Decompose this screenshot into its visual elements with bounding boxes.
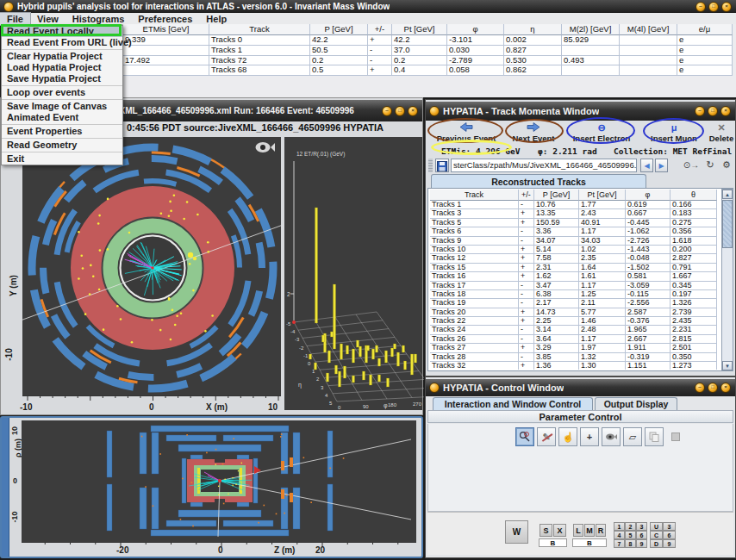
table-row[interactable]: Tracks 24-3.142.481.9652.231: [430, 326, 720, 334]
hand-tool-button[interactable]: ☝: [558, 427, 577, 446]
ucd-key-3[interactable]: 3: [663, 522, 676, 531]
event-file-path-field[interactable]: sterClass/zpath/Mus/JiveXML_166466_46509…: [451, 159, 637, 172]
ucd-key-C[interactable]: C: [650, 531, 663, 539]
delete-button[interactable]: ✕ Delete: [707, 122, 736, 143]
detector-end-view[interactable]: [22, 137, 281, 395]
num-key-4[interactable]: 4: [614, 531, 625, 539]
ucd-key-U[interactable]: U: [650, 522, 663, 531]
table-row[interactable]: Tracks 680.5+0.40.0580.862e: [123, 65, 736, 76]
r-key[interactable]: R: [596, 524, 606, 537]
toolbar-drag-handle[interactable]: [428, 159, 433, 172]
close-icon[interactable]: ×: [408, 106, 418, 116]
tab-interaction-window-control[interactable]: Interaction and Window Control: [433, 397, 593, 410]
maximize-icon[interactable]: □: [708, 106, 718, 116]
table-row[interactable]: Tracks 10+5.141.02-1.4430.200: [430, 246, 720, 254]
num-key-2[interactable]: 2: [625, 522, 636, 531]
table-row[interactable]: Tracks 19-2.172.11-2.5561.326: [430, 299, 720, 308]
w-key[interactable]: W: [505, 520, 528, 544]
file-menu-item-exit[interactable]: Exit: [2, 153, 122, 165]
table-row[interactable]: Tracks 3+13.352.430.6670.183: [430, 209, 720, 218]
loop-events-icon[interactable]: ↻: [703, 159, 717, 172]
menu-view[interactable]: View: [30, 13, 65, 25]
table-row[interactable]: Tracks 5+150.5940.91-0.4450.275: [430, 219, 720, 227]
table-row[interactable]: Tracks 22+2.251.46-0.3762.435: [430, 317, 720, 326]
menu-file[interactable]: File: [0, 13, 30, 25]
menu-help[interactable]: Help: [199, 13, 234, 25]
sx-b-field[interactable]: B: [539, 538, 567, 547]
fisheye-icon[interactable]: [255, 140, 276, 154]
num-key-5[interactable]: 5: [625, 531, 636, 539]
file-menu-item-read-event-locally[interactable]: Read Event Locally: [2, 26, 122, 37]
file-menu-item-read-geometry[interactable]: Read Geometry: [2, 140, 122, 151]
num-key-7[interactable]: 7: [614, 539, 625, 548]
maximize-icon[interactable]: □: [708, 2, 719, 12]
table-row[interactable]: Tracks 26-3.641.172.6672.815: [430, 335, 720, 344]
table-row[interactable]: Tracks 6-3.361.17-1.0620.356: [430, 227, 720, 236]
fisheye-tool-button[interactable]: [602, 427, 621, 446]
file-menu-item-loop-over-events[interactable]: Loop over events: [2, 87, 122, 98]
file-menu-item-clear-hypatia-project[interactable]: Clear Hypatia Project: [2, 51, 122, 62]
detector-side-view[interactable]: [22, 420, 416, 542]
num-key-6[interactable]: 6: [636, 531, 647, 539]
table-row[interactable]: Tracks 16+1.621.610.5811.667: [430, 272, 720, 281]
num-key-9[interactable]: 9: [636, 539, 647, 548]
file-menu-item-event-properties[interactable]: Event Properties: [2, 126, 122, 137]
table-row[interactable]: Tracks 32+1.361.301.1511.273: [430, 362, 720, 370]
settings-icon[interactable]: ⚙: [720, 159, 733, 172]
table-row[interactable]: Tracks 150.5-37.00.0300.827e: [123, 46, 736, 56]
prev-file-button[interactable]: ◀: [640, 159, 653, 172]
ucd-key-9[interactable]: 9: [663, 539, 676, 548]
menu-preferences[interactable]: Preferences: [131, 13, 199, 25]
insert-muon-button[interactable]: μ Insert Muon: [643, 122, 705, 143]
save-event-button[interactable]: [435, 159, 449, 172]
minimize-icon[interactable]: ‒: [695, 106, 705, 116]
table-row[interactable]: Tracks 17-3.471.17-3.0590.345: [430, 282, 720, 290]
m-key[interactable]: M: [584, 524, 595, 537]
ucd-key-D[interactable]: D: [650, 539, 663, 548]
num-key-1[interactable]: 1: [614, 522, 625, 531]
table-row[interactable]: Tracks 12+7.582.35-0.0482.827: [430, 254, 720, 263]
close-icon[interactable]: ×: [721, 2, 732, 12]
file-menu-item-save-image-of-canvas[interactable]: Save Image of Canvas: [2, 101, 122, 112]
side-window-handle[interactable]: [2, 418, 9, 557]
copy-tool-button[interactable]: [645, 427, 664, 446]
num-key-8[interactable]: 8: [625, 539, 636, 548]
s-key[interactable]: S: [540, 524, 552, 537]
file-menu-item-animated-event[interactable]: Animated Event: [2, 112, 122, 123]
file-menu-item-load-hypatia-project[interactable]: Load Hypatia Project: [2, 62, 122, 73]
table-row[interactable]: 17.492Tracks 720.2-0.2-2.7890.5300.493e: [123, 56, 736, 66]
scroll-down-icon[interactable]: ▼: [722, 361, 733, 370]
x-key[interactable]: X: [553, 524, 566, 537]
previous-event-button[interactable]: Previous Event: [429, 122, 503, 143]
scrollbar-thumb[interactable]: [722, 200, 733, 248]
control-window-title-bar[interactable]: HYPATIA - Control Window ‒ □ ×: [426, 379, 735, 396]
track-window-title-bar[interactable]: HYPATIA - Track Momenta Window ‒ □ ×: [426, 102, 735, 121]
insert-electron-button[interactable]: ⊖ Insert Electron: [567, 122, 636, 143]
move-tool-button[interactable]: +: [580, 427, 599, 446]
table-row[interactable]: Tracks 18-6.381.25-0.1150.197: [430, 290, 720, 299]
close-icon[interactable]: ×: [720, 383, 731, 393]
minimize-icon[interactable]: ‒: [695, 383, 705, 393]
parallelogram-tool-button[interactable]: ▱: [623, 427, 642, 446]
maximize-icon[interactable]: □: [395, 106, 405, 116]
table-row[interactable]: Tracks 9-34.0734.03-2.7261.618: [430, 237, 720, 246]
lmr-b-field[interactable]: B: [572, 538, 607, 547]
menu-histograms[interactable]: Histograms: [65, 13, 132, 25]
file-menu-item-save-hypatia-project[interactable]: Save Hypatia Project: [2, 73, 122, 84]
l-key[interactable]: L: [573, 524, 583, 537]
table-row[interactable]: Tracks 20+14.735.772.5872.739: [430, 308, 720, 317]
lego-plot-panel[interactable]: 12 ET/R(.01) (GeV) 2 η φ -5-4-3-2-101234…: [283, 137, 422, 410]
next-file-button[interactable]: ▶: [655, 159, 668, 172]
zoom-tool-button[interactable]: [515, 427, 534, 446]
scroll-up-icon[interactable]: ▲: [722, 190, 733, 199]
file-menu-item-read-event-from-url-live-[interactable]: Read Event From URL (live): [2, 37, 122, 48]
num-key-3[interactable]: 3: [636, 522, 647, 531]
table-row[interactable]: Tracks 15+2.311.64-1.5020.791: [430, 264, 720, 272]
table-row[interactable]: 9.339Tracks 042.2+42.2-3.1010.00285.929e: [123, 35, 736, 46]
close-icon[interactable]: ×: [720, 106, 731, 116]
table-row[interactable]: Tracks 27+3.291.971.9112.501: [430, 344, 720, 352]
minimize-icon[interactable]: ‒: [382, 106, 392, 116]
tracks-table-scrollbar[interactable]: ▲ ▼: [721, 189, 733, 370]
table-row[interactable]: Tracks 28-3.851.32-0.3190.350: [430, 353, 720, 362]
tab-reconstructed-tracks[interactable]: Reconstructed Tracks: [431, 174, 646, 188]
